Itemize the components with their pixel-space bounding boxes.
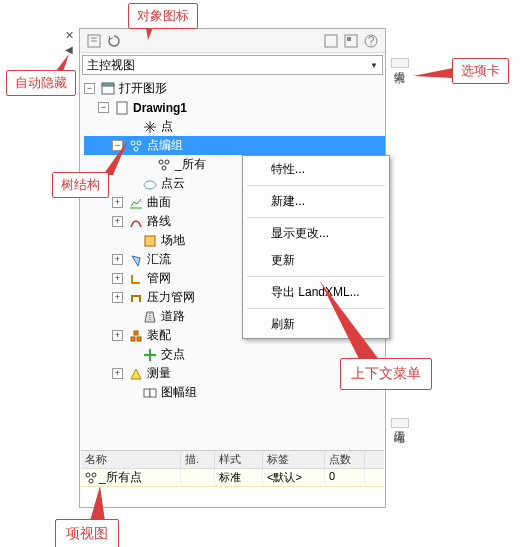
svg-point-20	[162, 166, 166, 170]
col-pts[interactable]: 点数	[325, 451, 365, 468]
tree-label: 点	[161, 118, 173, 135]
site-icon	[142, 233, 158, 249]
side-tab-1[interactable]: 绳索	[391, 58, 409, 68]
callout-arrow	[103, 140, 128, 175]
catchment-icon	[128, 252, 144, 268]
svg-rect-22	[145, 236, 155, 246]
menu-update[interactable]: 更新	[243, 247, 389, 274]
tree-label: 道路	[161, 308, 185, 325]
tree-node-point[interactable]: 点	[84, 117, 385, 136]
survey-icon	[128, 366, 144, 382]
tree-label: 交点	[161, 346, 185, 363]
toolbar-icon-3[interactable]	[323, 33, 339, 49]
grid-header: 名称 描. 样式 标签 点数	[81, 451, 384, 469]
tree-label: 管网	[147, 270, 171, 287]
tree-label: 压力管网	[147, 289, 195, 306]
collapse-icon[interactable]: −	[98, 102, 109, 113]
svg-rect-27	[150, 389, 156, 397]
toolbar-icon-4[interactable]	[343, 33, 359, 49]
svg-point-17	[134, 147, 138, 151]
menu-separator	[247, 276, 385, 277]
svg-marker-2	[103, 140, 128, 175]
collapse-icon[interactable]: −	[84, 83, 95, 94]
drawing-icon	[114, 100, 130, 116]
menu-new[interactable]: 新建...	[243, 188, 389, 215]
col-name[interactable]: 名称	[81, 451, 181, 468]
assembly-icon	[128, 328, 144, 344]
close-icon[interactable]: ✕	[65, 29, 74, 42]
point-group-item-icon	[85, 472, 97, 484]
expand-icon[interactable]: +	[112, 330, 123, 341]
tree-node-point-group[interactable]: − 点编组	[84, 136, 385, 155]
pipe-icon	[128, 271, 144, 287]
callout-object-icon: 对象图标	[128, 3, 198, 29]
cell-pts: 0	[325, 469, 365, 486]
cell-name: _所有点	[99, 469, 142, 486]
point-icon	[142, 119, 158, 135]
toolbar: ?	[80, 29, 385, 53]
view-dropdown[interactable]: 主控视图 ▼	[82, 55, 383, 75]
tree-label: 图幅组	[161, 384, 197, 401]
svg-point-19	[165, 160, 169, 164]
expand-icon[interactable]: +	[112, 273, 123, 284]
tree-label: 点编组	[147, 137, 183, 154]
expand-icon[interactable]: +	[112, 368, 123, 379]
pressure-pipe-icon	[128, 290, 144, 306]
tree-label: 汇流	[147, 251, 171, 268]
tree-label: _所有	[175, 156, 206, 173]
dropdown-selected: 主控视图	[87, 57, 370, 74]
expand-icon[interactable]: +	[112, 197, 123, 208]
svg-point-30	[89, 479, 93, 483]
refresh-icon[interactable]	[106, 33, 122, 49]
tree-drawing[interactable]: − Drawing1	[84, 98, 385, 117]
svg-rect-24	[131, 337, 135, 341]
svg-point-15	[131, 141, 135, 145]
menu-show-changes[interactable]: 显示更改...	[243, 220, 389, 247]
side-tab-2[interactable]: 绳缩工	[391, 418, 409, 428]
svg-point-21	[144, 181, 156, 189]
svg-rect-23	[134, 331, 138, 335]
callout-tree-structure: 树结构	[52, 172, 109, 198]
svg-rect-9	[347, 37, 351, 41]
svg-point-29	[92, 473, 96, 477]
svg-marker-4	[320, 281, 380, 361]
intersection-icon	[142, 347, 158, 363]
svg-rect-13	[102, 83, 114, 86]
col-desc[interactable]: 描.	[181, 451, 215, 468]
expand-icon[interactable]: +	[112, 292, 123, 303]
svg-rect-14	[117, 102, 127, 114]
viewframe-icon	[142, 385, 158, 401]
alignment-icon	[128, 214, 144, 230]
svg-rect-25	[137, 337, 141, 341]
point-group-icon	[128, 138, 144, 154]
col-label[interactable]: 标签	[263, 451, 325, 468]
item-view-grid: 名称 描. 样式 标签 点数 _所有点 标准 <默认> 0	[81, 450, 384, 506]
surface-icon	[128, 195, 144, 211]
svg-point-28	[86, 473, 90, 477]
cloud-icon	[142, 176, 158, 192]
point-group-item-icon	[156, 157, 172, 173]
svg-point-16	[137, 141, 141, 145]
tree-root[interactable]: − 打开图形	[84, 79, 385, 98]
tree-label: 测量	[147, 365, 171, 382]
tree-label: 装配	[147, 327, 171, 344]
callout-arrow	[413, 68, 453, 83]
menu-separator	[247, 185, 385, 186]
svg-rect-7	[325, 35, 337, 47]
callout-arrow	[85, 486, 110, 521]
cell-style: 标准	[215, 469, 263, 486]
expand-icon[interactable]: +	[112, 254, 123, 265]
expand-icon[interactable]: +	[112, 216, 123, 227]
tree-label: 曲面	[147, 194, 171, 211]
svg-marker-5	[90, 486, 105, 521]
help-icon[interactable]: ?	[363, 33, 379, 49]
tree-label: 打开图形	[119, 80, 167, 97]
menu-properties[interactable]: 特性...	[243, 156, 389, 183]
corridor-icon	[142, 309, 158, 325]
toolbar-icon-1[interactable]	[86, 33, 102, 49]
tree-label: 点云	[161, 175, 185, 192]
grid-row[interactable]: _所有点 标准 <默认> 0	[81, 469, 384, 487]
callout-arrow	[320, 281, 380, 361]
col-style[interactable]: 样式	[215, 451, 263, 468]
chevron-down-icon: ▼	[370, 61, 378, 70]
